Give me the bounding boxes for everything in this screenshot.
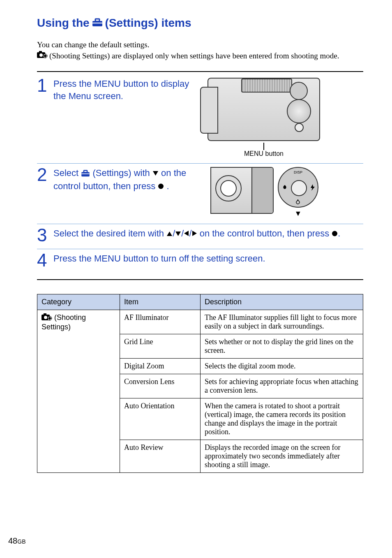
item-cell: Grid Line xyxy=(120,334,201,358)
intro-text: You can change the default settings. xyxy=(37,39,363,61)
svg-rect-11 xyxy=(46,56,47,56)
step-1-figure: MENU button xyxy=(206,78,321,157)
step-2-text: Select (Settings) with on the control bu… xyxy=(53,167,205,192)
down-arrow-icon: ▼ xyxy=(295,209,302,218)
step-1: 1 Press the MENU button to display the M… xyxy=(37,74,363,164)
table-row: (Shooting Settings) AF Illuminator The A… xyxy=(37,310,363,334)
step-2: 2 Select (Settings) with on the control … xyxy=(37,164,363,224)
svg-marker-15 xyxy=(153,171,158,176)
item-cell: Auto Orientation xyxy=(120,398,201,440)
macro-icon xyxy=(282,184,288,190)
intro-rest: are displayed only when settings have be… xyxy=(112,51,339,60)
intro-icon-label: (Shooting Settings) xyxy=(49,51,110,60)
step-1-text: Press the MENU button to display the Men… xyxy=(53,78,201,102)
title-after: (Settings) items xyxy=(105,16,191,30)
svg-marker-23 xyxy=(192,231,197,236)
category-cell: (Shooting Settings) xyxy=(37,310,120,472)
desc-cell: The AF Illuminator supplies fill light t… xyxy=(201,310,363,334)
step-3: 3 Select the desired item with /// on th… xyxy=(37,224,363,249)
menu-button-callout: MENU button xyxy=(244,150,284,157)
svg-point-27 xyxy=(44,316,47,319)
desc-cell: Displays the recorded image on the scree… xyxy=(201,440,363,472)
desc-cell: Sets whether or not to display the grid … xyxy=(201,334,363,358)
svg-point-18 xyxy=(296,201,300,204)
col-category: Category xyxy=(37,294,120,310)
divider xyxy=(37,71,363,72)
svg-marker-20 xyxy=(167,232,172,236)
left-triangle-icon xyxy=(184,227,189,240)
svg-point-24 xyxy=(332,231,337,236)
page-title: Using the (Settings) items xyxy=(37,16,363,30)
timer-icon xyxy=(294,199,302,204)
desc-cell: Selects the digital zoom mode. xyxy=(201,358,363,374)
step-2-figure: DISP ▼ xyxy=(210,167,318,218)
down-triangle-icon xyxy=(152,167,159,179)
camera-cog-icon xyxy=(42,313,52,323)
toolbox-icon xyxy=(81,168,90,180)
intro-line1: You can change the default settings. xyxy=(37,39,363,51)
svg-rect-32 xyxy=(48,318,48,318)
disp-label: DISP xyxy=(279,170,318,174)
step-3-text: Select the desired item with /// on the … xyxy=(53,227,363,240)
desc-cell: Sets for achieving appropriate focus whe… xyxy=(201,374,363,398)
item-cell: AF Illuminator xyxy=(120,310,201,334)
col-item: Item xyxy=(120,294,201,310)
svg-rect-33 xyxy=(51,318,52,318)
svg-rect-8 xyxy=(45,54,45,55)
svg-rect-31 xyxy=(49,320,50,320)
svg-rect-30 xyxy=(49,316,50,317)
step-number: 2 xyxy=(37,167,48,182)
page-number: 48GB xyxy=(8,536,25,546)
right-triangle-icon xyxy=(192,227,197,240)
svg-point-5 xyxy=(39,53,43,57)
down-triangle-icon xyxy=(175,227,181,240)
center-dot-icon xyxy=(332,228,338,238)
svg-rect-10 xyxy=(43,56,44,56)
title-before: Using the xyxy=(37,16,90,30)
up-triangle-icon xyxy=(166,227,173,240)
svg-rect-4 xyxy=(39,51,42,53)
step-4: 4 Press the MENU button to turn off the … xyxy=(37,249,363,280)
svg-point-16 xyxy=(158,183,164,189)
svg-marker-21 xyxy=(175,232,181,236)
control-button-illustration: DISP ▼ xyxy=(278,167,318,218)
svg-point-29 xyxy=(48,317,51,320)
svg-rect-13 xyxy=(84,171,87,173)
col-description: Description xyxy=(201,294,363,310)
settings-table: Category Item Description xyxy=(37,294,363,473)
toolbox-icon xyxy=(92,16,103,30)
desc-cell: When the camera is rotated to shoot a po… xyxy=(201,398,363,440)
svg-marker-17 xyxy=(311,184,315,191)
step-number: 1 xyxy=(37,78,48,93)
step-number: 3 xyxy=(37,227,48,243)
item-cell: Conversion Lens xyxy=(120,374,201,398)
camera-cog-icon xyxy=(37,51,48,62)
svg-rect-9 xyxy=(45,57,45,58)
step-4-text: Press the MENU button to turn off the se… xyxy=(53,252,363,265)
item-cell: Auto Review xyxy=(120,440,201,472)
svg-rect-14 xyxy=(81,174,90,174)
step-number: 4 xyxy=(37,252,48,268)
svg-rect-2 xyxy=(92,23,102,23)
flash-icon xyxy=(310,184,315,191)
svg-rect-1 xyxy=(95,19,99,21)
camera-top-illustration xyxy=(208,78,320,141)
svg-rect-19 xyxy=(297,199,298,201)
center-dot-icon xyxy=(158,181,166,191)
svg-point-7 xyxy=(44,55,46,57)
svg-marker-22 xyxy=(184,231,189,236)
svg-rect-26 xyxy=(44,313,46,315)
item-cell: Digital Zoom xyxy=(120,358,201,374)
camera-back-illustration xyxy=(210,167,274,214)
